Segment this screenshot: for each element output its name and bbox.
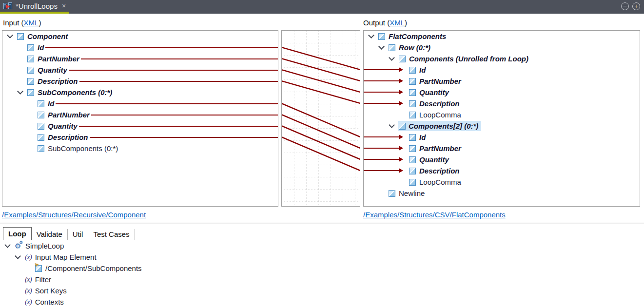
mapping-line — [81, 58, 278, 59]
document-tab[interactable]: *UnrollLoops × — [0, 0, 69, 12]
output-path-link[interactable]: /Examples/Structures/CSV/FlatComponents — [363, 211, 506, 219]
chevron-down-icon[interactable] — [389, 55, 395, 61]
tab-loop[interactable]: Loop — [3, 227, 32, 240]
input-tree-panel: Component Id PartNumber Quantity Descrip… — [2, 30, 278, 207]
input-header: Input (XML) — [3, 19, 41, 27]
mapping-line — [90, 137, 278, 138]
output-row-id-2[interactable]: Id — [364, 132, 640, 143]
output-xml-link[interactable]: XML — [390, 19, 405, 27]
output-row-loopcomma[interactable]: LoopComma — [364, 109, 640, 120]
mapping-line — [69, 70, 278, 71]
output-row-description[interactable]: Description — [364, 98, 640, 109]
zoom-in-button[interactable]: + — [632, 2, 640, 10]
input-row-partnumber[interactable]: PartNumber — [2, 53, 278, 64]
node-icon — [399, 56, 406, 62]
input-row-component[interactable]: Component — [2, 31, 278, 42]
chevron-down-icon[interactable] — [389, 122, 395, 128]
chevron-down-icon[interactable] — [15, 253, 21, 259]
mapping-arrow — [364, 92, 399, 93]
grid-background — [282, 31, 360, 206]
output-row-components-unrolled[interactable]: Components (Unrolled from Loop) — [364, 53, 640, 64]
node-icon — [27, 78, 34, 85]
input-xml-link[interactable]: XML — [24, 19, 39, 27]
node-icon — [409, 134, 416, 141]
loop-row-sort-keys[interactable]: (x) Sort Keys — [0, 285, 644, 296]
input-row-sub-partnumber[interactable]: PartNumber — [2, 109, 278, 120]
gears-icon: ⚙⚙ — [15, 242, 24, 250]
input-row-sub-id[interactable]: Id — [2, 98, 278, 109]
fx-icon: (x) — [25, 275, 32, 284]
node-icon — [409, 100, 416, 107]
node-icon — [409, 145, 416, 152]
input-row-description[interactable]: Description — [2, 76, 278, 87]
node-input-icon — [35, 265, 42, 272]
output-header: Output (XML) — [363, 19, 407, 27]
output-row-quantity-2[interactable]: Quantity — [364, 154, 640, 165]
bottom-tabstrip: Loop Validate Util Test Cases — [0, 227, 644, 240]
output-row-description-2[interactable]: Description — [364, 165, 640, 176]
node-icon — [409, 179, 416, 186]
tab-title: *UnrollLoops — [16, 2, 58, 10]
loop-row-input-map-element[interactable]: (x) Input Map Element — [0, 251, 644, 263]
tab-validate[interactable]: Validate — [32, 229, 68, 240]
mapping-arrow — [364, 69, 399, 70]
mapping-line — [45, 47, 278, 48]
node-icon — [38, 145, 44, 152]
node-icon — [17, 33, 24, 40]
mapping-arrow — [364, 148, 399, 149]
node-icon — [409, 168, 416, 174]
output-row-id[interactable]: Id — [364, 64, 640, 76]
tab-close-icon[interactable]: × — [62, 2, 66, 10]
node-icon — [409, 89, 416, 96]
mapping-arrow — [364, 80, 399, 81]
input-row-sub-description[interactable]: Description — [2, 132, 278, 143]
zoom-out-button[interactable]: − — [621, 2, 629, 10]
output-row-flatcomponents[interactable]: FlatComponents — [364, 31, 640, 42]
chevron-down-icon[interactable] — [4, 242, 11, 248]
node-icon — [38, 100, 44, 107]
splitter[interactable] — [0, 223, 644, 224]
chevron-down-icon[interactable] — [368, 32, 374, 38]
input-row-sub-subcomponents[interactable]: SubComponents (0:*) — [2, 143, 278, 154]
output-row-newline[interactable]: Newline — [364, 188, 640, 199]
input-row-subcomponents[interactable]: SubComponents (0:*) — [2, 87, 278, 98]
node-icon — [399, 123, 406, 130]
chevron-down-icon[interactable] — [378, 43, 385, 50]
node-icon — [409, 112, 416, 118]
mapping-arrow — [364, 170, 399, 171]
mapping-arrow — [364, 103, 399, 104]
output-row-loopcomma-2[interactable]: LoopComma — [364, 176, 640, 188]
mapping-grid-panel — [281, 30, 360, 207]
output-row-row[interactable]: Row (0:*) — [364, 42, 640, 53]
chevron-down-icon[interactable] — [17, 88, 23, 95]
node-icon — [409, 67, 416, 74]
node-icon — [389, 44, 395, 51]
mapping-line — [91, 115, 278, 116]
loop-row-component-subcomponents[interactable]: /Component/SubComponents — [0, 263, 644, 274]
node-icon — [389, 190, 395, 197]
selected-row-highlight: Components[2] (0:*) — [398, 121, 481, 131]
input-path-link[interactable]: /Examples/Structures/Recursive/Component — [2, 211, 146, 219]
tab-util[interactable]: Util — [68, 229, 89, 240]
chevron-down-icon[interactable] — [7, 32, 13, 38]
tab-test-cases[interactable]: Test Cases — [88, 229, 135, 240]
mapping-arrow — [364, 159, 399, 160]
output-row-components2[interactable]: Components[2] (0:*) — [364, 120, 640, 132]
output-row-partnumber-2[interactable]: PartNumber — [364, 143, 640, 154]
fx-icon: (x) — [25, 298, 32, 306]
loop-row-simpleloop[interactable]: ⚙⚙ SimpleLoop — [0, 240, 644, 251]
input-row-sub-quantity[interactable]: Quantity — [2, 120, 278, 132]
mapping-line — [79, 126, 278, 127]
mapping-line — [56, 103, 278, 104]
fx-icon: (x) — [25, 253, 32, 261]
loop-row-filter[interactable]: (x) Filter — [0, 274, 644, 285]
node-icon — [27, 67, 34, 74]
output-row-partnumber[interactable]: PartNumber — [364, 76, 640, 87]
loop-tree: ⚙⚙ SimpleLoop (x) Input Map Element /Com… — [0, 240, 644, 308]
node-icon — [27, 89, 34, 96]
input-row-id[interactable]: Id — [2, 42, 278, 53]
mapping-arrow — [364, 136, 399, 137]
input-row-quantity[interactable]: Quantity — [2, 64, 278, 76]
loop-row-contexts[interactable]: (x) Contexts — [0, 296, 644, 308]
output-row-quantity[interactable]: Quantity — [364, 87, 640, 98]
